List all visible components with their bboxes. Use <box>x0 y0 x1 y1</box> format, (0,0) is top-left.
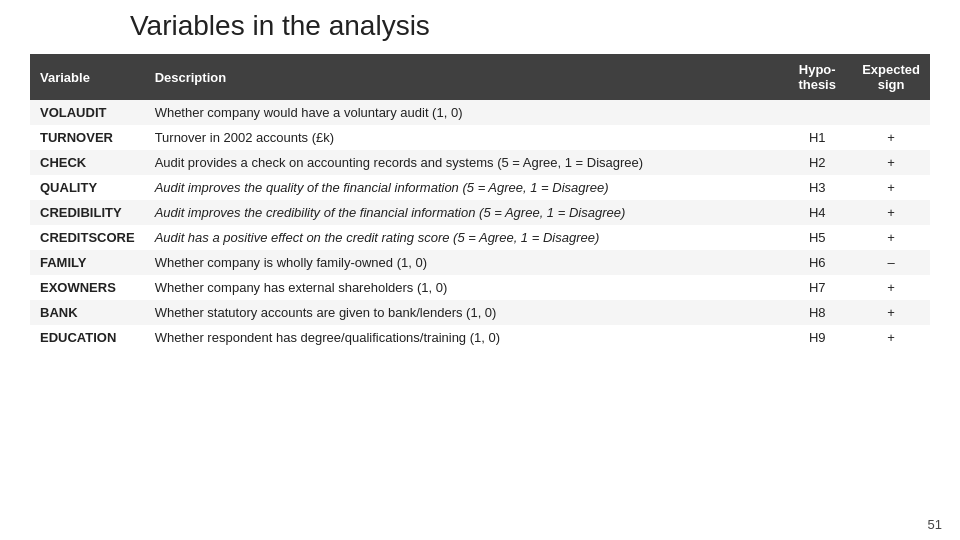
cell-description: Whether company has external shareholder… <box>145 275 783 300</box>
cell-hypothesis: H5 <box>782 225 852 250</box>
cell-expected-sign: – <box>852 250 930 275</box>
cell-variable: EXOWNERS <box>30 275 145 300</box>
table-row: EXOWNERSWhether company has external sha… <box>30 275 930 300</box>
header-hypothesis: Hypo-thesis <box>782 54 852 100</box>
cell-expected-sign: + <box>852 150 930 175</box>
cell-expected-sign: + <box>852 200 930 225</box>
table-row: CHECKAudit provides a check on accountin… <box>30 150 930 175</box>
cell-description: Audit provides a check on accounting rec… <box>145 150 783 175</box>
cell-variable: QUALITY <box>30 175 145 200</box>
cell-expected-sign: + <box>852 225 930 250</box>
cell-expected-sign: + <box>852 275 930 300</box>
header-expected-sign: Expectedsign <box>852 54 930 100</box>
table-row: TURNOVERTurnover in 2002 accounts (£k)H1… <box>30 125 930 150</box>
page-number: 51 <box>928 517 942 532</box>
cell-description: Whether respondent has degree/qualificat… <box>145 325 783 350</box>
cell-expected-sign: + <box>852 125 930 150</box>
table-header-row: Variable Description Hypo-thesis Expecte… <box>30 54 930 100</box>
cell-expected-sign: + <box>852 175 930 200</box>
cell-description: Audit improves the quality of the financ… <box>145 175 783 200</box>
cell-variable: CREDITSCORE <box>30 225 145 250</box>
cell-expected-sign: + <box>852 300 930 325</box>
cell-description: Whether company is wholly family-owned (… <box>145 250 783 275</box>
cell-variable: TURNOVER <box>30 125 145 150</box>
table-row: CREDITSCOREAudit has a positive effect o… <box>30 225 930 250</box>
cell-expected-sign <box>852 100 930 125</box>
header-variable: Variable <box>30 54 145 100</box>
cell-description: Whether statutory accounts are given to … <box>145 300 783 325</box>
cell-hypothesis: H6 <box>782 250 852 275</box>
cell-hypothesis <box>782 100 852 125</box>
header-description: Description <box>145 54 783 100</box>
page-title: Variables in the analysis <box>130 10 930 42</box>
variables-table: Variable Description Hypo-thesis Expecte… <box>30 54 930 350</box>
cell-variable: VOLAUDIT <box>30 100 145 125</box>
cell-hypothesis: H3 <box>782 175 852 200</box>
cell-variable: BANK <box>30 300 145 325</box>
cell-hypothesis: H8 <box>782 300 852 325</box>
page-container: Variables in the analysis Variable Descr… <box>0 0 960 360</box>
cell-description: Turnover in 2002 accounts (£k) <box>145 125 783 150</box>
cell-description: Whether company would have a voluntary a… <box>145 100 783 125</box>
table-row: VOLAUDITWhether company would have a vol… <box>30 100 930 125</box>
cell-expected-sign: + <box>852 325 930 350</box>
cell-hypothesis: H4 <box>782 200 852 225</box>
cell-description: Audit improves the credibility of the fi… <box>145 200 783 225</box>
cell-hypothesis: H2 <box>782 150 852 175</box>
cell-variable: CHECK <box>30 150 145 175</box>
table-body: VOLAUDITWhether company would have a vol… <box>30 100 930 350</box>
cell-description: Audit has a positive effect on the credi… <box>145 225 783 250</box>
cell-variable: CREDIBILITY <box>30 200 145 225</box>
table-row: BANKWhether statutory accounts are given… <box>30 300 930 325</box>
cell-hypothesis: H1 <box>782 125 852 150</box>
table-row: CREDIBILITYAudit improves the credibilit… <box>30 200 930 225</box>
cell-hypothesis: H9 <box>782 325 852 350</box>
table-row: EDUCATIONWhether respondent has degree/q… <box>30 325 930 350</box>
cell-variable: EDUCATION <box>30 325 145 350</box>
cell-variable: FAMILY <box>30 250 145 275</box>
table-row: QUALITYAudit improves the quality of the… <box>30 175 930 200</box>
table-row: FAMILYWhether company is wholly family-o… <box>30 250 930 275</box>
cell-hypothesis: H7 <box>782 275 852 300</box>
